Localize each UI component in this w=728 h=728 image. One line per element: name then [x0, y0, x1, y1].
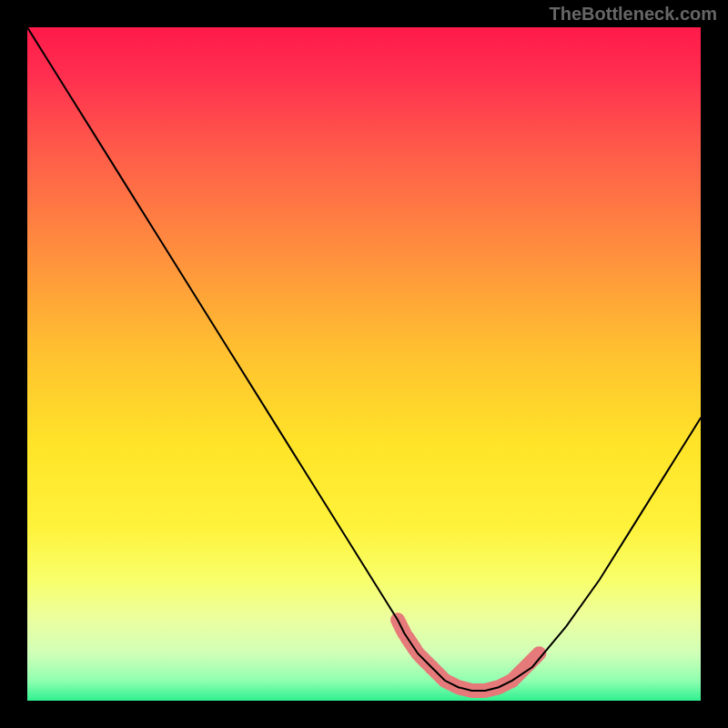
- watermark-text: TheBottleneck.com: [550, 4, 717, 25]
- highlight-band: [390, 612, 546, 698]
- chart-curve-layer: [27, 27, 701, 701]
- chart-plot-area: [27, 27, 701, 701]
- bottleneck-curve: [27, 27, 701, 691]
